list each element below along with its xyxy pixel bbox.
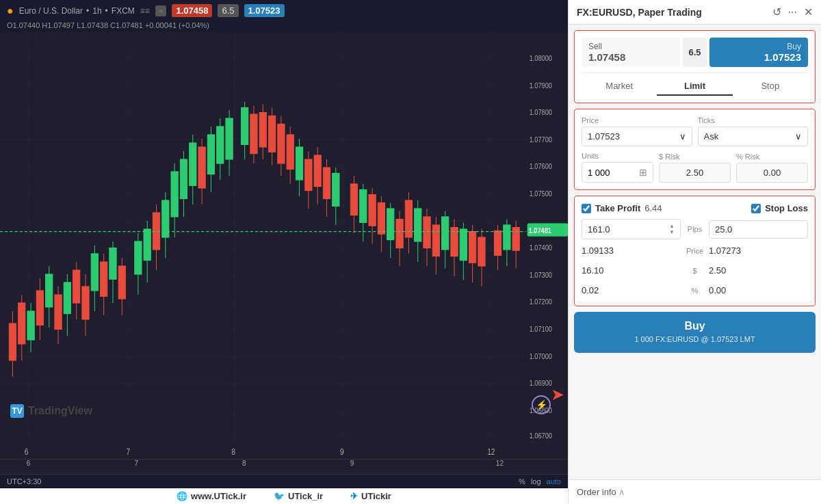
stop-loss-label: Stop Loss: [765, 203, 808, 213]
pips-separator: Pips: [686, 225, 703, 233]
svg-rect-94: [360, 189, 367, 222]
svg-rect-22: [9, 323, 16, 360]
units-row: Units 1 000 ⊞ $ Risk 2.50 % Risk 0.00: [582, 152, 808, 183]
chart-extra-icon: ≈: [155, 5, 167, 16]
right-panel: FX:EURUSD, Paper Trading ↺ ··· ✕ Sell 1.…: [568, 0, 821, 504]
twitter-icon: 🐦: [274, 491, 285, 501]
chart-footer: UTC+3:30 % log auto: [0, 474, 568, 488]
svg-rect-34: [64, 282, 70, 314]
close-button[interactable]: ✕: [804, 5, 813, 18]
tab-limit[interactable]: Limit: [657, 77, 732, 96]
twitter-link: 🐦 UTick_ir: [274, 491, 323, 501]
refresh-button[interactable]: ↺: [772, 5, 781, 18]
buy-side[interactable]: Buy 1.07523: [709, 38, 808, 67]
order-info-tab[interactable]: Order info ∧: [569, 479, 821, 504]
svg-rect-116: [460, 229, 467, 261]
order-info-chevron: ∧: [618, 487, 625, 497]
log-btn[interactable]: log: [531, 477, 541, 486]
chart-title: Euro / U.S. Dollar • 1h • FXCM: [19, 6, 135, 16]
risk-dollar-label: $ Risk: [659, 152, 731, 161]
x-label-6: 6: [27, 460, 31, 467]
website-link: 🌐 www.UTick.ir: [177, 491, 246, 501]
tpsl-header: Take Profit 6.44 Stop Loss: [582, 203, 808, 213]
price-input[interactable]: 1.07523 ∨: [582, 127, 692, 146]
watermark: TV TradingView: [10, 404, 92, 418]
price-ticks-row: Price 1.07523 ∨ Ticks Ask ∨: [582, 116, 808, 146]
svg-rect-124: [504, 225, 510, 250]
buy-button[interactable]: Buy 1 000 FX:EURUSD @ 1.07523 LMT: [574, 312, 816, 353]
svg-rect-108: [423, 217, 430, 248]
svg-text:8: 8: [231, 447, 235, 456]
sl-right: Stop Loss: [751, 203, 808, 213]
pct-btn[interactable]: %: [519, 477, 525, 486]
sl-price-value: 1.07273: [709, 242, 808, 259]
svg-rect-64: [207, 135, 214, 174]
take-profit-checkbox[interactable]: [582, 204, 591, 213]
sell-price-badge: 1.07458: [172, 4, 212, 17]
pct-separator: %: [686, 287, 703, 295]
sl-dollar-value: 2.50: [709, 262, 808, 279]
svg-rect-56: [171, 172, 178, 217]
telegram-link: ✈ UTickir: [350, 491, 391, 501]
tp-pct-value: 0.02: [582, 282, 681, 299]
svg-rect-62: [198, 147, 205, 188]
svg-rect-42: [101, 262, 107, 296]
svg-text:9: 9: [340, 447, 344, 456]
svg-text:1.06900: 1.06900: [530, 380, 553, 388]
lightning-button[interactable]: ⚡: [532, 395, 551, 414]
sl-pips-input[interactable]: 25.0: [709, 220, 808, 239]
arrow-indicator: ➤: [551, 385, 564, 404]
svg-rect-118: [469, 232, 476, 263]
telegram-icon: ✈: [350, 491, 358, 501]
risk-dollar-group: $ Risk 2.50: [659, 152, 731, 183]
svg-text:1.07600: 1.07600: [530, 163, 553, 171]
tpsl-grid: 161.0 ▲▼ Pips 25.0 1.09133 Price 1.07273…: [582, 219, 808, 299]
svg-rect-38: [82, 287, 89, 319]
panel-actions: ↺ ··· ✕: [772, 5, 813, 18]
more-button[interactable]: ···: [788, 6, 797, 18]
svg-rect-68: [226, 118, 233, 159]
ticks-select[interactable]: Ask ∨: [698, 127, 809, 146]
take-profit-header-value: 6.44: [644, 203, 662, 213]
sell-side[interactable]: Sell 1.07458: [582, 38, 680, 67]
chart-canvas[interactable]: 1.08000 1.07900 1.07800 1.07700 1.07600 …: [0, 32, 568, 459]
svg-rect-26: [27, 311, 34, 340]
timezone-label: UTC+3:30: [7, 477, 41, 486]
svg-rect-90: [333, 173, 339, 206]
svg-text:1.07000: 1.07000: [530, 352, 553, 360]
price-chevron-icon: ∨: [679, 131, 686, 142]
svg-rect-30: [46, 274, 53, 307]
tp-left: Take Profit 6.44: [582, 203, 662, 213]
svg-rect-96: [369, 195, 376, 226]
ticks-group: Ticks Ask ∨: [698, 116, 809, 146]
tab-market[interactable]: Market: [582, 77, 657, 96]
take-profit-label: Take Profit: [595, 203, 640, 213]
svg-text:1.07700: 1.07700: [530, 135, 553, 144]
svg-rect-40: [91, 254, 98, 291]
svg-rect-58: [180, 159, 187, 199]
tp-price-value: 1.09133: [582, 242, 681, 259]
svg-rect-98: [378, 203, 385, 235]
svg-rect-76: [268, 116, 275, 152]
tab-stop[interactable]: Stop: [733, 77, 808, 96]
calculator-icon[interactable]: ⊞: [639, 167, 647, 178]
chart-header: ● Euro / U.S. Dollar • 1h • FXCM ≡≡ ≈ 1.…: [0, 0, 568, 21]
svg-rect-78: [278, 124, 285, 163]
tp-pips-input[interactable]: 161.0 ▲▼: [582, 219, 681, 239]
stop-loss-checkbox[interactable]: [751, 204, 761, 213]
svg-rect-122: [494, 230, 501, 255]
social-bar: 🌐 www.UTick.ir 🐦 UTick_ir ✈ UTickir: [0, 488, 568, 504]
svg-rect-126: [512, 228, 519, 251]
tpsl-section: Take Profit 6.44 Stop Loss 161.0 ▲▼ Pips…: [574, 196, 816, 306]
chart-ohlc: O1.07440 H1.07497 L1.07438 C1.07481 +0.0…: [0, 21, 568, 32]
tp-spinner[interactable]: ▲▼: [669, 223, 675, 235]
price-group: Price 1.07523 ∨: [582, 116, 692, 146]
svg-rect-86: [314, 155, 321, 187]
svg-rect-110: [432, 225, 439, 256]
svg-rect-106: [415, 209, 421, 241]
order-type-tabs: Market Limit Stop: [582, 72, 808, 96]
sell-label: Sell: [588, 42, 673, 51]
panel-header: FX:EURUSD, Paper Trading ↺ ··· ✕: [569, 0, 821, 25]
auto-btn[interactable]: auto: [547, 477, 561, 486]
units-input[interactable]: 1 000 ⊞: [582, 162, 653, 183]
